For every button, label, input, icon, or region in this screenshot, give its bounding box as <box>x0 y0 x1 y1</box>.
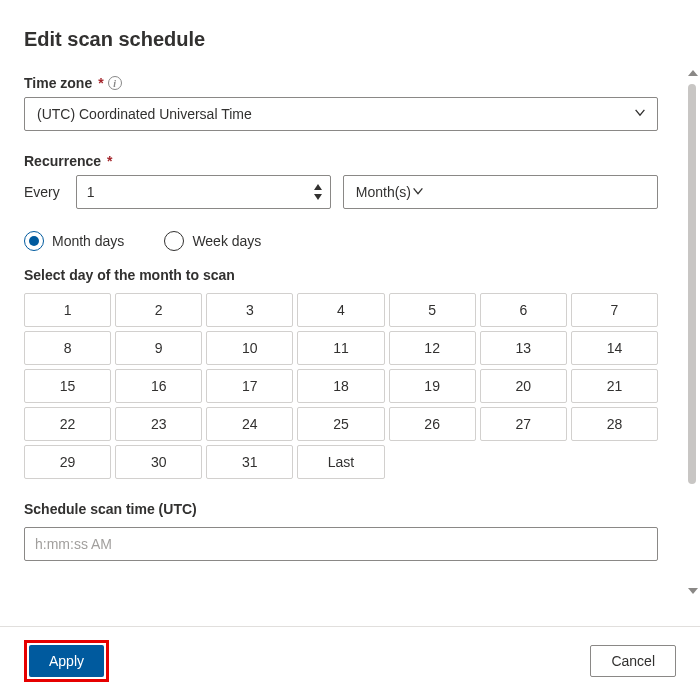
cancel-button[interactable]: Cancel <box>590 645 676 677</box>
radio-week-days-label: Week days <box>192 233 261 249</box>
day-cell[interactable]: 1 <box>24 293 111 327</box>
day-cell[interactable]: 15 <box>24 369 111 403</box>
required-asterisk: * <box>98 75 103 91</box>
radio-circle-icon <box>24 231 44 251</box>
svg-marker-0 <box>314 184 322 190</box>
day-cell[interactable]: 14 <box>571 331 658 365</box>
day-cell[interactable]: 12 <box>389 331 476 365</box>
scrollbar[interactable] <box>688 70 696 600</box>
timezone-value: (UTC) Coordinated Universal Time <box>37 106 252 122</box>
day-cell[interactable]: 5 <box>389 293 476 327</box>
day-cell[interactable]: 21 <box>571 369 658 403</box>
timezone-select[interactable]: (UTC) Coordinated Universal Time <box>24 97 658 131</box>
recurrence-unit-select[interactable]: Month(s) <box>343 175 658 209</box>
day-cell[interactable]: 23 <box>115 407 202 441</box>
day-cell[interactable]: 4 <box>297 293 384 327</box>
radio-circle-icon <box>164 231 184 251</box>
day-cell[interactable]: 19 <box>389 369 476 403</box>
scroll-thumb[interactable] <box>688 84 696 484</box>
day-cell[interactable]: 13 <box>480 331 567 365</box>
day-cell[interactable]: 16 <box>115 369 202 403</box>
day-cell[interactable]: Last <box>297 445 384 479</box>
required-asterisk: * <box>107 153 112 169</box>
day-cell[interactable]: 3 <box>206 293 293 327</box>
day-cell[interactable]: 24 <box>206 407 293 441</box>
day-cell[interactable]: 18 <box>297 369 384 403</box>
every-value: 1 <box>87 184 95 200</box>
day-cell[interactable]: 8 <box>24 331 111 365</box>
day-cell[interactable]: 28 <box>571 407 658 441</box>
footer: Apply Cancel <box>0 626 700 694</box>
every-label: Every <box>24 184 60 200</box>
day-cell[interactable]: 11 <box>297 331 384 365</box>
day-cell[interactable]: 20 <box>480 369 567 403</box>
day-cell[interactable]: 27 <box>480 407 567 441</box>
recurrence-unit-value: Month(s) <box>356 184 411 200</box>
spinner-up[interactable] <box>310 182 326 192</box>
day-cell[interactable]: 30 <box>115 445 202 479</box>
day-cell[interactable]: 6 <box>480 293 567 327</box>
day-cell[interactable]: 31 <box>206 445 293 479</box>
day-cell[interactable]: 29 <box>24 445 111 479</box>
radio-month-days-label: Month days <box>52 233 124 249</box>
apply-highlight: Apply <box>24 640 109 682</box>
day-select-label: Select day of the month to scan <box>24 267 658 283</box>
chevron-down-icon <box>411 184 425 201</box>
scroll-up-icon[interactable] <box>688 70 698 76</box>
page-title: Edit scan schedule <box>24 28 658 51</box>
radio-month-days[interactable]: Month days <box>24 231 124 251</box>
apply-button[interactable]: Apply <box>29 645 104 677</box>
recurrence-label: Recurrence * <box>24 153 658 169</box>
scan-time-input[interactable] <box>24 527 658 561</box>
timezone-label: Time zone * i <box>24 75 658 91</box>
chevron-down-icon <box>633 106 647 123</box>
day-cell[interactable]: 9 <box>115 331 202 365</box>
day-cell[interactable]: 2 <box>115 293 202 327</box>
day-cell[interactable]: 10 <box>206 331 293 365</box>
day-cell[interactable]: 25 <box>297 407 384 441</box>
day-cell[interactable]: 17 <box>206 369 293 403</box>
day-cell[interactable]: 22 <box>24 407 111 441</box>
info-icon[interactable]: i <box>108 76 122 90</box>
day-grid: 1234567891011121314151617181920212223242… <box>24 293 658 479</box>
svg-marker-1 <box>314 194 322 200</box>
radio-week-days[interactable]: Week days <box>164 231 261 251</box>
every-input[interactable]: 1 <box>76 175 331 209</box>
scan-time-label: Schedule scan time (UTC) <box>24 501 658 517</box>
spinner-down[interactable] <box>310 192 326 202</box>
scroll-down-icon[interactable] <box>688 588 698 594</box>
day-cell[interactable]: 7 <box>571 293 658 327</box>
day-cell[interactable]: 26 <box>389 407 476 441</box>
